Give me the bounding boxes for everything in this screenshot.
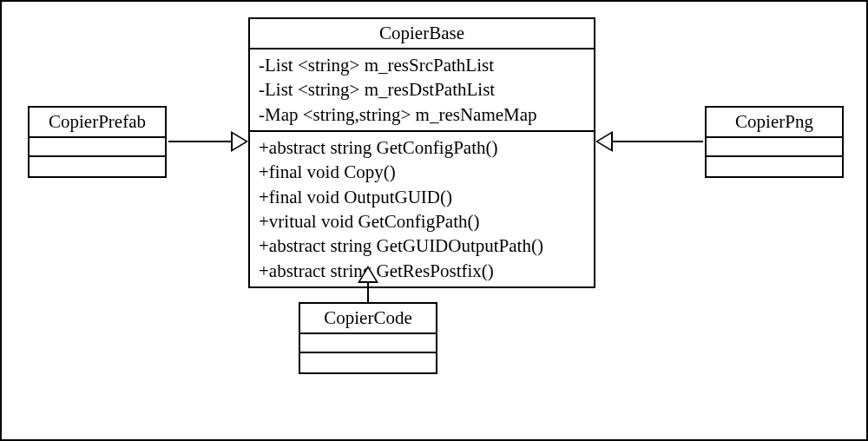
class-operations: +abstract string GetConfigPath() +final … (250, 132, 594, 286)
class-copierprefab: CopierPrefab (28, 106, 167, 178)
class-copiercode: CopierCode (299, 302, 437, 374)
class-name: CopierCode (300, 304, 436, 334)
op: +final void OutputGUID() (259, 185, 585, 209)
class-name: CopierBase (250, 19, 594, 49)
class-name: CopierPng (707, 108, 842, 138)
generalization-arrow-icon (595, 131, 613, 152)
generalization-line (613, 141, 703, 142)
op: +abstract string GetConfigPath() (259, 135, 585, 160)
generalization-arrow-icon (231, 131, 248, 152)
generalization-line (168, 141, 233, 142)
class-copierbase: CopierBase -List <string> m_resSrcPathLi… (248, 17, 595, 288)
class-attributes (707, 138, 842, 157)
class-attributes (300, 334, 436, 353)
class-attributes (30, 138, 165, 157)
class-operations (707, 157, 842, 176)
class-name: CopierPrefab (30, 108, 165, 138)
op: +final void Copy() (259, 160, 585, 184)
class-attributes: -List <string> m_resSrcPathList -List <s… (250, 49, 594, 132)
attr: -Map <string,string> m_resNameMap (259, 102, 585, 127)
op: +abstract string GetResPostfix() (259, 259, 585, 283)
generalization-line (367, 281, 369, 302)
generalization-arrow-icon (358, 266, 378, 283)
attr: -List <string> m_resSrcPathList (259, 53, 585, 77)
op: +abstract string GetGUIDOutputPath() (259, 234, 585, 258)
attr: -List <string> m_resDstPathList (259, 77, 585, 102)
class-operations (30, 157, 165, 176)
op: +vritual void GetConfigPath() (259, 209, 585, 234)
class-operations (300, 353, 436, 372)
class-copierpng: CopierPng (705, 106, 844, 178)
